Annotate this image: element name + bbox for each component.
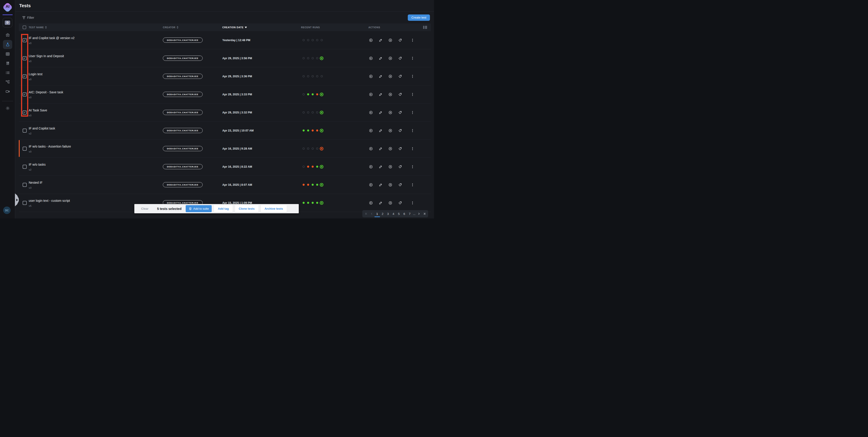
run-status-dot[interactable] [307,39,309,41]
kebab-menu-icon[interactable] [410,183,414,187]
test-name[interactable]: IF and Copilot task [29,127,163,130]
add-to-suite-row-button[interactable] [388,74,393,78]
run-status-dot[interactable] [312,166,314,168]
run-test-button[interactable] [369,183,373,187]
table-row[interactable]: ✓ AI Task Save v0 DEBADITYA.CHATTERJEE A… [19,103,431,122]
kebab-menu-icon[interactable] [410,147,414,151]
run-status-dot[interactable] [312,202,314,204]
run-status-dot[interactable] [307,147,309,149]
tag-button[interactable] [398,183,402,187]
tag-button[interactable] [398,147,402,151]
test-name[interactable]: AIC: Deposit - Save task [29,90,163,94]
kebab-menu-icon[interactable] [410,74,414,78]
run-status-dot[interactable] [312,75,314,77]
run-status-dot[interactable] [307,93,309,95]
run-status-dot[interactable] [316,130,318,132]
kebab-menu-icon[interactable] [410,201,414,205]
table-row[interactable]: ✓ Login test v0 DEBADITYA.CHATTERJEE Apr… [19,67,431,86]
edit-test-button[interactable] [379,74,383,78]
row-checkbox[interactable]: ✓ [23,38,27,42]
edit-test-button[interactable] [379,92,383,97]
run-status-dot[interactable] [307,111,309,113]
table-row[interactable]: ✓ AIC: Deposit - Save task v0 DEBADITYA.… [19,86,431,103]
run-status-dot[interactable] [316,147,318,149]
sidebar-item-grid[interactable] [3,49,12,59]
user-avatar[interactable]: DC [3,206,11,214]
row-checkbox[interactable]: ✓ [23,183,27,187]
run-status-dot[interactable] [307,130,309,132]
edit-test-button[interactable] [379,147,383,151]
run-status-dot[interactable] [303,93,305,95]
clone-tests-button[interactable]: Clone tests [235,205,258,212]
run-status-dot[interactable] [321,39,323,41]
run-status-dot[interactable] [316,166,318,168]
kebab-menu-icon[interactable] [410,165,414,169]
test-name[interactable]: Nested IF [29,181,163,184]
run-status-dot[interactable] [303,57,305,59]
tag-button[interactable] [398,129,402,133]
run-test-button[interactable] [369,165,373,169]
run-status-dot[interactable] [303,39,305,41]
run-status-dot[interactable] [316,57,318,59]
create-test-button[interactable]: Create test [408,14,430,21]
run-status-dot[interactable] [316,39,318,41]
page-number-3[interactable]: 3 [385,210,391,217]
run-status-dot[interactable] [307,202,309,204]
run-status-dot[interactable] [321,94,322,95]
run-status-dot[interactable] [307,75,309,77]
run-status-dot[interactable] [312,130,314,132]
run-status-dot[interactable] [321,148,322,149]
tag-button[interactable] [398,56,402,60]
add-to-suite-row-button[interactable] [388,165,393,169]
tag-button[interactable] [398,165,402,169]
run-status-dot[interactable] [312,93,314,95]
add-to-suite-row-button[interactable] [388,129,393,133]
run-test-button[interactable] [369,92,373,97]
run-status-dot[interactable] [321,75,323,77]
page-number-2[interactable]: 2 [380,210,385,217]
table-row[interactable]: ✓ IF and Copilot task v2 DEBADITYA.CHATT… [19,122,431,140]
edit-test-button[interactable] [379,129,383,133]
add-to-suite-row-button[interactable] [388,110,393,114]
run-status-dot[interactable] [307,184,309,186]
run-status-dot[interactable] [316,111,318,113]
run-test-button[interactable] [369,129,373,133]
row-checkbox[interactable]: ✓ [23,165,27,169]
test-name[interactable]: IF w/o tasks - Assertion failure [29,145,163,148]
test-name[interactable]: user login text - custom script [29,199,163,202]
table-row[interactable]: ✓ User Sign In and Deposit v0 DEBADITYA.… [19,49,431,67]
table-row[interactable]: ✓ IF w/o tasks v2 DEBADITYA.CHATTERJEE A… [19,158,431,176]
sidebar-item-checklist[interactable] [3,68,12,77]
test-name[interactable]: IF and Copilot task @ version v2 [29,36,163,40]
row-checkbox[interactable]: ✓ [23,56,27,60]
row-checkbox[interactable]: ✓ [23,129,27,133]
run-status-dot[interactable] [316,202,318,204]
test-name[interactable]: User Sign In and Deposit [29,54,163,58]
run-status-dot[interactable] [316,75,318,77]
sidebar-item-test-tubes[interactable] [3,59,12,68]
app-logo[interactable]: AI [3,2,12,12]
edit-test-button[interactable] [379,165,383,169]
table-row[interactable]: ✓ Nested IF v3 DEBADITYA.CHATTERJEE Apr … [19,176,431,194]
tag-button[interactable] [398,201,402,205]
run-status-dot[interactable] [303,184,305,186]
run-status-dot[interactable] [316,93,318,95]
run-test-button[interactable] [369,38,373,42]
page-number-1[interactable]: 1 [374,210,380,217]
run-status-dot[interactable] [303,75,305,77]
edit-test-button[interactable] [379,110,383,114]
sidebar-item-recordings[interactable] [3,87,12,96]
add-to-suite-button[interactable]: Add to suite [186,205,212,212]
row-checkbox[interactable]: ✓ [23,74,27,78]
row-checkbox[interactable]: ✓ [23,147,27,151]
test-name[interactable]: Login test [29,72,163,76]
table-row[interactable]: ✓ IF and Copilot task @ version v2 v0 DE… [19,31,431,49]
archive-tests-button[interactable]: Archive tests [261,205,287,212]
add-tag-button[interactable]: Add tag [214,205,232,212]
table-row[interactable]: ✓ IF w/o tasks - Assertion failure v0 DE… [19,140,431,158]
kebab-menu-icon[interactable] [410,92,414,97]
run-status-dot[interactable] [312,57,314,59]
add-to-suite-row-button[interactable] [388,38,393,42]
page-number-4[interactable]: 4 [391,210,396,217]
prev-page-button[interactable] [369,210,374,217]
